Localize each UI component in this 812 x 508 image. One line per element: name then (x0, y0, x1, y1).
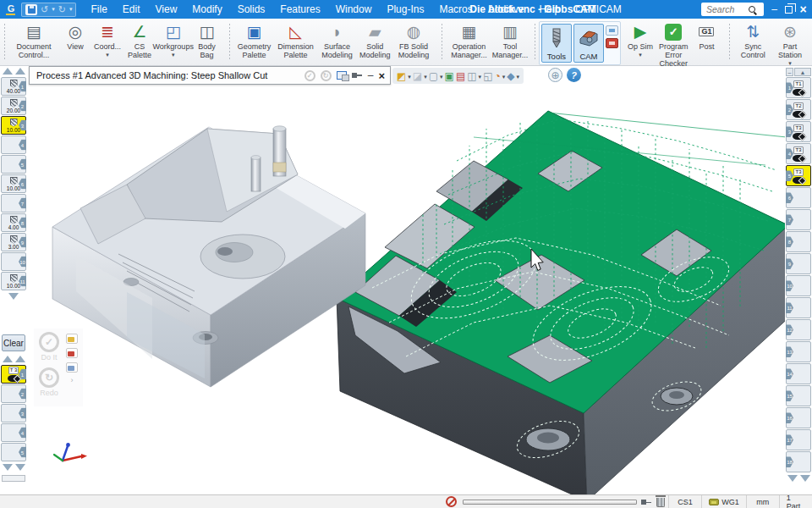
program-error-checker-button[interactable]: ✓Program Error Checker (656, 20, 691, 68)
op-rail-scroll-down[interactable] (785, 473, 812, 484)
status-field-wg1[interactable]: WG1 (701, 495, 746, 508)
pin-icon[interactable] (641, 499, 652, 506)
pie-display-icon[interactable]: ◔ (494, 71, 500, 81)
operation-tile-10[interactable]: 10 (786, 275, 811, 296)
scroll-up-icon[interactable]: ▲ (794, 68, 811, 76)
operation-tile-5[interactable]: 5 (1, 443, 26, 461)
undo-chevron-down-icon[interactable]: ▾ (52, 6, 55, 13)
cam-mini-top-icon[interactable] (606, 25, 618, 36)
post-button[interactable]: G1Post (690, 20, 722, 51)
mini-scrollbar[interactable] (2, 475, 25, 482)
operation-tile-18[interactable]: 18 (786, 451, 811, 472)
menu-macros[interactable]: Macros (431, 0, 480, 19)
pin-icon[interactable] (352, 72, 363, 80)
copy-yellow-icon[interactable] (66, 334, 78, 344)
menu-features[interactable]: Features (272, 0, 327, 19)
workgroups-button[interactable]: ◰Workgroups▾ (156, 20, 190, 58)
copy-blue-icon[interactable] (66, 362, 78, 373)
draft-cube-view-icon[interactable]: ◪ (413, 71, 422, 81)
tool-tile-6[interactable]: 10.006 (1, 174, 26, 193)
view-button[interactable]: ◎View (59, 20, 91, 51)
op-sim-button[interactable]: ▶Op Sim▾ (624, 20, 656, 58)
help-icon[interactable]: ? (567, 68, 581, 82)
chevron-down-icon[interactable]: ▾ (479, 74, 482, 80)
minimize-button[interactable]: – (767, 0, 782, 19)
chevron-down-icon[interactable]: ▾ (502, 74, 506, 80)
op-list-scroll-down[interactable] (0, 462, 27, 473)
doit-check-icon[interactable]: ✓ (39, 332, 59, 352)
viewport-3d[interactable] (27, 66, 785, 494)
operation-tile-13[interactable]: 13 (786, 341, 811, 362)
cam-mini-bottom-icon[interactable] (606, 38, 618, 48)
color-cube-icon[interactable]: ▣ (445, 71, 454, 81)
shaded-cube-view-icon[interactable]: ◩ (397, 71, 406, 81)
menu-file[interactable]: File (83, 0, 114, 19)
cs-palette-button[interactable]: ∠CS Palette (123, 20, 156, 59)
operation-tile-11[interactable]: 11 (786, 297, 811, 318)
window-mode-icon[interactable] (337, 71, 347, 80)
operation-tile-3[interactable]: T33 (786, 121, 811, 142)
reset-icon[interactable]: ↻ (321, 70, 332, 81)
tool-tile-11[interactable]: 10.0011 (1, 272, 26, 290)
operation-tile-6[interactable]: 6 (786, 187, 811, 208)
dimension-palette-button[interactable]: ◺Dimension Palette (275, 20, 317, 59)
status-field-cs1[interactable]: CS1 (668, 495, 701, 508)
operation-tile-9[interactable]: 9 (786, 253, 811, 274)
chevron-down-icon[interactable]: ▾ (440, 74, 443, 80)
trash-icon[interactable] (656, 498, 665, 507)
window-layout-icon[interactable]: ◆ (507, 71, 514, 81)
operation-tile-1[interactable]: T11 (786, 77, 811, 98)
operation-tile-17[interactable]: 17 (786, 429, 811, 450)
overlap-windows-icon[interactable]: ◱ (483, 71, 492, 81)
save-button[interactable] (25, 4, 37, 15)
tool-tile-10[interactable]: 10 (1, 252, 26, 271)
redo-chevron-down-icon[interactable]: ▾ (69, 6, 73, 13)
coord-button[interactable]: ≣Coord...▾ (91, 20, 123, 58)
operation-manager-button[interactable]: ▦Operation Manager... (446, 20, 492, 59)
sync-control-button[interactable]: ⇅Sync Control (733, 20, 771, 59)
menu-edit[interactable]: Edit (115, 0, 148, 19)
search-input[interactable] (701, 4, 749, 14)
close-process-button[interactable]: × (378, 69, 385, 82)
tool-tile-9[interactable]: 3.009 (1, 233, 26, 251)
search-icon[interactable] (749, 6, 755, 13)
minimize-process-button[interactable]: – (368, 69, 374, 81)
menu-plug-ins[interactable]: Plug-Ins (379, 0, 431, 19)
status-field-mm[interactable]: mm (746, 495, 779, 508)
op-rail-header[interactable]: –▲ (786, 68, 811, 76)
operation-tile-4[interactable]: T34 (786, 143, 811, 164)
apply-check-icon[interactable]: ✓ (304, 70, 315, 81)
zoom-fit-icon[interactable]: ⊕ (548, 68, 562, 82)
redo-button[interactable]: ↻ (58, 5, 66, 14)
tool-tile-5[interactable]: 5 (1, 155, 26, 174)
geometry-palette-button[interactable]: ▣Geometry Palette (233, 20, 274, 59)
clear-button[interactable]: Clear (2, 334, 25, 351)
operation-tile-15[interactable]: 15 (786, 385, 811, 406)
operation-tile-2[interactable]: 2 (1, 384, 26, 403)
operation-tile-12[interactable]: 12 (786, 319, 811, 340)
menu-help[interactable]: Help (531, 0, 568, 19)
restore-button[interactable] (782, 0, 796, 19)
close-button[interactable]: × (796, 0, 810, 19)
tools-button[interactable]: Tools (541, 24, 572, 63)
tool-tile-1[interactable]: 40.001 (1, 77, 26, 96)
undo-button[interactable]: ↺ (41, 5, 48, 14)
search-box[interactable] (701, 3, 764, 16)
surface-modeling-button[interactable]: ◗Surface Modeling (316, 20, 357, 59)
expand-arrow-icon[interactable]: › (71, 377, 74, 384)
chevron-down-icon[interactable]: ▾ (516, 74, 519, 80)
operation-tile-4[interactable]: 4 (1, 423, 26, 442)
tool-tile-8[interactable]: 4.008 (1, 213, 26, 232)
redo-circle-icon[interactable]: ↻ (39, 367, 59, 388)
operation-tile-2[interactable]: T22 (786, 99, 811, 120)
tool-tile-2[interactable]: 20.002 (1, 97, 26, 115)
wireframe-cube-view-icon[interactable]: ▢ (429, 71, 438, 81)
operation-tile-8[interactable]: 8 (786, 231, 811, 252)
chevron-down-icon[interactable]: ▾ (424, 74, 427, 80)
menu-modify[interactable]: Modify (184, 0, 229, 19)
operation-tile-5[interactable]: T35 (786, 165, 811, 186)
tool-tile-7[interactable]: 7 (1, 194, 26, 213)
document-control-button[interactable]: ▤Document Control... (8, 20, 59, 59)
operation-tile-16[interactable]: 16 (786, 407, 811, 428)
menu-opticam[interactable]: OPTICAM (568, 0, 629, 19)
